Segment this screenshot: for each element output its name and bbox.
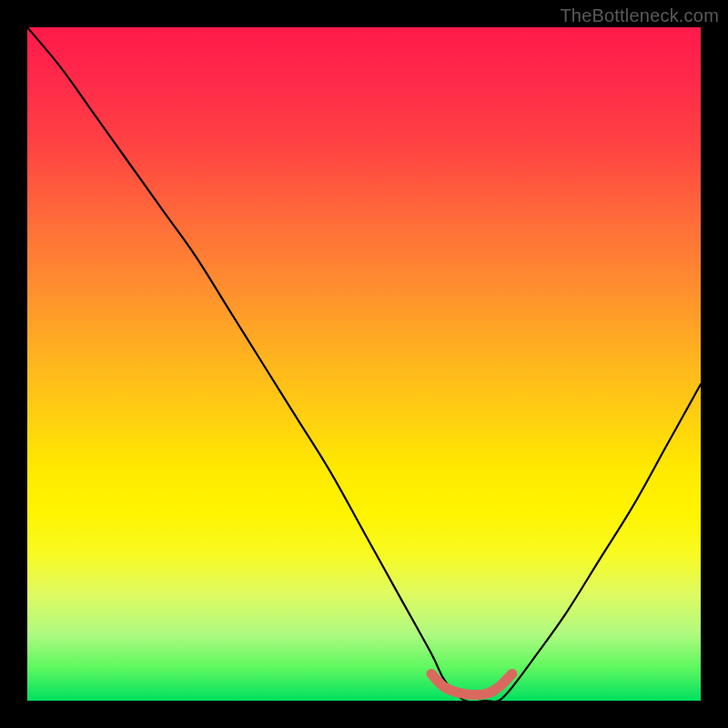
curve-layer <box>27 27 701 701</box>
plot-area <box>27 27 701 701</box>
chart-container: TheBottleneck.com <box>0 0 728 728</box>
watermark-text: TheBottleneck.com <box>560 5 719 26</box>
bottleneck-curve <box>27 27 701 703</box>
